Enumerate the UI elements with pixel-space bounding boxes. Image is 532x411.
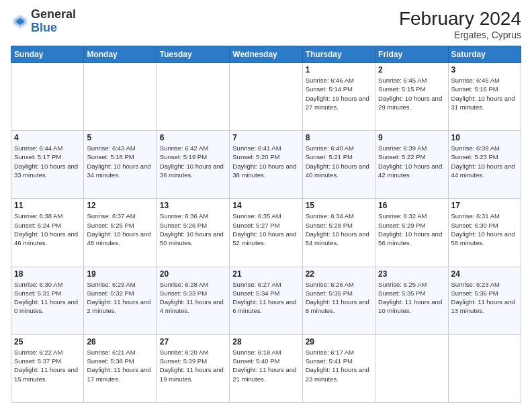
logo-general-text: General	[31, 8, 76, 21]
logo-blue-text: Blue	[31, 21, 76, 35]
day-info: Sunrise: 6:20 AM Sunset: 5:39 PM Dayligh…	[160, 348, 226, 383]
calendar-cell: 28Sunrise: 6:18 AM Sunset: 5:40 PM Dayli…	[230, 334, 302, 402]
day-info: Sunrise: 6:25 AM Sunset: 5:35 PM Dayligh…	[378, 280, 445, 316]
day-info: Sunrise: 6:42 AM Sunset: 5:19 PM Dayligh…	[160, 144, 226, 179]
day-info: Sunrise: 6:26 AM Sunset: 5:35 PM Dayligh…	[306, 280, 372, 316]
day-number: 22	[306, 269, 372, 279]
day-info: Sunrise: 6:37 AM Sunset: 5:25 PM Dayligh…	[87, 212, 153, 247]
calendar-cell: 22Sunrise: 6:26 AM Sunset: 5:35 PM Dayli…	[302, 267, 375, 334]
calendar-cell: 9Sunrise: 6:39 AM Sunset: 5:22 PM Daylig…	[375, 131, 448, 199]
calendar-cell: 27Sunrise: 6:20 AM Sunset: 5:39 PM Dayli…	[157, 334, 229, 402]
calendar-cell: 23Sunrise: 6:25 AM Sunset: 5:35 PM Dayli…	[375, 267, 448, 334]
calendar-cell	[157, 63, 229, 131]
day-info: Sunrise: 6:23 AM Sunset: 5:36 PM Dayligh…	[451, 280, 518, 316]
day-number: 28	[232, 337, 299, 347]
day-number: 18	[14, 269, 81, 279]
page: General Blue February 2024 Ergates, Cypr…	[0, 0, 532, 411]
calendar-week-3: 11Sunrise: 6:38 AM Sunset: 5:24 PM Dayli…	[11, 199, 521, 267]
day-info: Sunrise: 6:27 AM Sunset: 5:34 PM Dayligh…	[232, 280, 299, 316]
day-number: 17	[451, 201, 518, 210]
day-number: 25	[14, 337, 81, 347]
col-wednesday: Wednesday	[230, 46, 302, 63]
calendar-cell: 3Sunrise: 6:45 AM Sunset: 5:16 PM Daylig…	[448, 63, 521, 131]
subtitle: Ergates, Cyprus	[399, 30, 521, 40]
calendar-header-row: Sunday Monday Tuesday Wednesday Thursday…	[11, 46, 521, 63]
calendar-cell: 20Sunrise: 6:28 AM Sunset: 5:33 PM Dayli…	[157, 267, 229, 334]
calendar-cell: 14Sunrise: 6:35 AM Sunset: 5:27 PM Dayli…	[230, 199, 302, 267]
logo-icon	[11, 12, 30, 31]
day-info: Sunrise: 6:31 AM Sunset: 5:30 PM Dayligh…	[451, 212, 518, 247]
calendar-cell: 8Sunrise: 6:40 AM Sunset: 5:21 PM Daylig…	[302, 131, 375, 199]
calendar-cell: 25Sunrise: 6:22 AM Sunset: 5:37 PM Dayli…	[11, 334, 84, 402]
day-number: 26	[87, 337, 153, 347]
logo: General Blue	[11, 8, 76, 35]
day-info: Sunrise: 6:32 AM Sunset: 5:29 PM Dayligh…	[378, 212, 445, 247]
day-info: Sunrise: 6:39 AM Sunset: 5:23 PM Dayligh…	[451, 144, 518, 179]
day-number: 16	[378, 201, 445, 210]
day-number: 7	[232, 133, 299, 142]
calendar-table: Sunday Monday Tuesday Wednesday Thursday…	[11, 46, 521, 403]
calendar-cell: 26Sunrise: 6:21 AM Sunset: 5:38 PM Dayli…	[84, 334, 157, 402]
calendar-week-2: 4Sunrise: 6:44 AM Sunset: 5:17 PM Daylig…	[11, 131, 521, 199]
col-friday: Friday	[375, 46, 448, 63]
calendar-cell: 1Sunrise: 6:46 AM Sunset: 5:14 PM Daylig…	[302, 63, 375, 131]
calendar-cell: 13Sunrise: 6:36 AM Sunset: 5:26 PM Dayli…	[157, 199, 229, 267]
calendar-cell: 12Sunrise: 6:37 AM Sunset: 5:25 PM Dayli…	[84, 199, 157, 267]
calendar-cell: 2Sunrise: 6:45 AM Sunset: 5:15 PM Daylig…	[375, 63, 448, 131]
day-info: Sunrise: 6:30 AM Sunset: 5:31 PM Dayligh…	[14, 280, 81, 316]
calendar-cell: 18Sunrise: 6:30 AM Sunset: 5:31 PM Dayli…	[11, 267, 84, 334]
calendar-cell: 21Sunrise: 6:27 AM Sunset: 5:34 PM Dayli…	[230, 267, 302, 334]
day-number: 2	[378, 65, 445, 75]
header: General Blue February 2024 Ergates, Cypr…	[11, 8, 521, 40]
day-info: Sunrise: 6:43 AM Sunset: 5:18 PM Dayligh…	[87, 144, 153, 179]
day-info: Sunrise: 6:41 AM Sunset: 5:20 PM Dayligh…	[232, 144, 299, 179]
calendar-cell: 29Sunrise: 6:17 AM Sunset: 5:41 PM Dayli…	[302, 334, 375, 402]
day-number: 15	[306, 201, 372, 210]
day-info: Sunrise: 6:44 AM Sunset: 5:17 PM Dayligh…	[14, 144, 81, 179]
calendar-cell: 19Sunrise: 6:29 AM Sunset: 5:32 PM Dayli…	[84, 267, 157, 334]
calendar-cell: 15Sunrise: 6:34 AM Sunset: 5:28 PM Dayli…	[302, 199, 375, 267]
day-info: Sunrise: 6:29 AM Sunset: 5:32 PM Dayligh…	[87, 280, 153, 316]
day-info: Sunrise: 6:40 AM Sunset: 5:21 PM Dayligh…	[306, 144, 372, 179]
day-info: Sunrise: 6:46 AM Sunset: 5:14 PM Dayligh…	[306, 76, 372, 111]
calendar-week-1: 1Sunrise: 6:46 AM Sunset: 5:14 PM Daylig…	[11, 63, 521, 131]
logo-text: General Blue	[31, 8, 76, 35]
col-thursday: Thursday	[302, 46, 375, 63]
day-info: Sunrise: 6:28 AM Sunset: 5:33 PM Dayligh…	[160, 280, 226, 316]
day-number: 20	[160, 269, 226, 279]
day-number: 11	[14, 201, 81, 210]
title-area: February 2024 Ergates, Cyprus	[399, 8, 521, 40]
month-title: February 2024	[399, 8, 521, 30]
day-number: 12	[87, 201, 153, 210]
calendar-week-5: 25Sunrise: 6:22 AM Sunset: 5:37 PM Dayli…	[11, 334, 521, 402]
calendar-cell: 24Sunrise: 6:23 AM Sunset: 5:36 PM Dayli…	[448, 267, 521, 334]
day-info: Sunrise: 6:18 AM Sunset: 5:40 PM Dayligh…	[232, 348, 299, 383]
day-info: Sunrise: 6:45 AM Sunset: 5:15 PM Dayligh…	[378, 76, 445, 111]
calendar-cell	[448, 334, 521, 402]
calendar-cell: 16Sunrise: 6:32 AM Sunset: 5:29 PM Dayli…	[375, 199, 448, 267]
day-number: 21	[232, 269, 299, 279]
day-number: 19	[87, 269, 153, 279]
day-number: 13	[160, 201, 226, 210]
calendar-cell	[84, 63, 157, 131]
day-number: 23	[378, 269, 445, 279]
calendar-week-4: 18Sunrise: 6:30 AM Sunset: 5:31 PM Dayli…	[11, 267, 521, 334]
day-number: 14	[232, 201, 299, 210]
day-number: 4	[14, 133, 81, 142]
day-number: 5	[87, 133, 153, 142]
calendar-cell	[375, 334, 448, 402]
calendar-cell: 10Sunrise: 6:39 AM Sunset: 5:23 PM Dayli…	[448, 131, 521, 199]
day-number: 10	[451, 133, 518, 142]
calendar-cell: 7Sunrise: 6:41 AM Sunset: 5:20 PM Daylig…	[230, 131, 302, 199]
day-number: 6	[160, 133, 226, 142]
day-number: 24	[451, 269, 518, 279]
day-number: 1	[306, 65, 372, 75]
col-tuesday: Tuesday	[157, 46, 229, 63]
col-monday: Monday	[84, 46, 157, 63]
day-number: 3	[451, 65, 518, 75]
day-info: Sunrise: 6:35 AM Sunset: 5:27 PM Dayligh…	[232, 212, 299, 247]
calendar-cell: 17Sunrise: 6:31 AM Sunset: 5:30 PM Dayli…	[448, 199, 521, 267]
day-info: Sunrise: 6:22 AM Sunset: 5:37 PM Dayligh…	[14, 348, 81, 383]
day-info: Sunrise: 6:21 AM Sunset: 5:38 PM Dayligh…	[87, 348, 153, 383]
calendar-cell	[230, 63, 302, 131]
